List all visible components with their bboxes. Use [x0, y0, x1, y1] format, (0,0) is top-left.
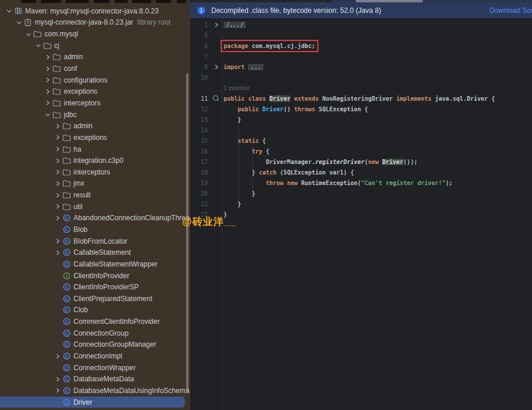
code-editor[interactable]: 1/.../56package com.mysql.cj.jdbc;78impo… — [190, 18, 532, 410]
tree-item-admin[interactable]: admin — [0, 52, 190, 63]
tree-item-label: ha — [74, 145, 81, 153]
tree-scrollbar[interactable] — [186, 73, 188, 391]
tree-item-clientpreparedstatement[interactable]: CClientPreparedStatement — [0, 293, 190, 305]
tree-item-com-mysql[interactable]: com.mysql — [0, 28, 190, 40]
tree-item-label: Clob — [74, 306, 88, 314]
chevron-down-icon[interactable] — [15, 18, 23, 27]
tree-item-callablestatementwrapper[interactable]: CCallableStatementWrapper — [0, 258, 190, 270]
tree-item-label: BlobFromLocator — [74, 237, 128, 245]
tree-item-driver[interactable]: CDriver — [0, 397, 185, 408]
line-number: 7 — [190, 53, 210, 60]
banner-text: Decompiled .class file, bytecode version… — [211, 6, 381, 15]
tree-item-jdbc[interactable]: jdbc — [0, 109, 190, 121]
tree-item-label: mysql-connector-java-8.0.23.jar — [35, 18, 133, 26]
chevron-right-icon[interactable] — [53, 214, 62, 223]
chevron-right-icon[interactable] — [53, 202, 62, 211]
chevron-right-icon[interactable] — [53, 156, 62, 165]
code-text[interactable]: } — [222, 190, 255, 197]
code-text[interactable]: import ... — [222, 64, 263, 70]
tree-item-admin[interactable]: admin — [0, 120, 190, 132]
chevron-right-icon[interactable] — [53, 191, 62, 200]
chevron-down-icon[interactable] — [5, 6, 13, 15]
tree-item-mysql-connector-java-8-0-23-jar[interactable]: mysql-connector-java-8.0.23.jarlibrary r… — [0, 17, 190, 29]
tree-item-ha[interactable]: ha — [0, 144, 190, 155]
code-text[interactable]: static { — [222, 138, 266, 144]
code-text[interactable]: try { — [222, 148, 269, 155]
download-sources-link[interactable]: Download Sources — [489, 6, 532, 15]
code-text[interactable]: public Driver() throws SQLException { — [222, 106, 368, 112]
code-text[interactable]: public class Driver extends NonRegisteri… — [222, 95, 495, 102]
chevron-right-icon[interactable] — [53, 179, 62, 188]
tree-item-result[interactable]: result — [0, 189, 190, 201]
code-text[interactable]: DriverManager.registerDriver(new Driver(… — [222, 159, 417, 165]
tree-item-databasemetadatausinginfoschema[interactable]: CDatabaseMetaDataUsingInfoSchema — [0, 385, 190, 397]
chevron-right-icon[interactable] — [53, 375, 62, 384]
chevron-right-icon[interactable] — [53, 133, 62, 142]
tree-item-label: ConnectionImpl — [74, 352, 122, 360]
tree-item-label: CallableStatementWrapper — [74, 260, 158, 268]
implemented-gutter-icon[interactable] — [210, 94, 222, 103]
chevron-right-icon[interactable] — [53, 248, 62, 257]
chevron-right-icon[interactable] — [53, 145, 62, 153]
chevron-spacer — [53, 306, 62, 315]
tree-item-blobfromlocator[interactable]: CBlobFromLocator — [0, 235, 190, 247]
chevron-down-icon[interactable] — [43, 110, 52, 119]
tree-item-conf[interactable]: conf — [0, 63, 190, 74]
tree-item-maven-mysql-mysql-connector-java-8-0-23[interactable]: Maven: mysql:mysql-connector-java:8.0.23 — [0, 5, 190, 17]
tree-item-integration-c3p0[interactable]: integration.c3p0 — [0, 155, 190, 166]
line-number: 8 — [190, 64, 210, 70]
code-text[interactable]: /.../ — [222, 22, 246, 28]
tree-item-label: ConnectionGroup — [74, 329, 129, 337]
code-text[interactable]: } catch (SQLException var1) { — [222, 169, 354, 176]
chevron-right-icon[interactable] — [43, 64, 52, 73]
svg-text:C: C — [65, 319, 68, 324]
tree-item-configurations[interactable]: configurations — [0, 74, 190, 86]
tree-item-label: DatabaseMetaDataUsingInfoSchema — [74, 387, 190, 395]
tree-item-blob[interactable]: CBlob — [0, 224, 190, 235]
tree-item-interceptors[interactable]: interceptors — [0, 166, 190, 178]
chevron-right-icon[interactable] — [43, 87, 52, 96]
tree-item-connectiongroupmanager[interactable]: CConnectionGroupManager — [0, 339, 190, 351]
chevron-right-icon[interactable] — [43, 53, 52, 62]
tree-item-jmx[interactable]: jmx — [0, 178, 190, 190]
svg-text:I: I — [66, 273, 67, 278]
tree-item-interceptors[interactable]: interceptors — [0, 97, 190, 109]
tree-item-callablestatement[interactable]: CCallableStatement — [0, 247, 190, 258]
svg-text:C: C — [65, 296, 68, 302]
chevron-right-icon[interactable] — [53, 168, 62, 176]
code-text[interactable]: } — [222, 117, 241, 123]
fold-marker-icon[interactable] — [210, 20, 222, 29]
tree-item-clob[interactable]: CClob — [0, 305, 190, 316]
tree-item-clientinfoprovider[interactable]: IClientInfoProvider — [0, 270, 190, 282]
tree-item-exceptions[interactable]: exceptions — [0, 132, 190, 144]
chevron-down-icon[interactable] — [24, 30, 33, 39]
gutter-spacer — [210, 73, 222, 82]
tree-item-label: ClientInfoProviderSP — [74, 283, 139, 291]
chevron-right-icon[interactable] — [53, 237, 62, 245]
tree-item-databasemetadata[interactable]: CDatabaseMetaData — [0, 374, 190, 385]
chevron-right-icon[interactable] — [53, 386, 62, 395]
chevron-right-icon[interactable] — [53, 352, 62, 361]
tree-item-connectionimpl[interactable]: CConnectionImpl — [0, 350, 190, 362]
code-text[interactable]: } — [222, 201, 241, 207]
tree-item-exceptions[interactable]: exceptions — [0, 86, 190, 97]
line-number: 15 — [190, 138, 210, 144]
tree-item-abandonedconnectioncleanupthread[interactable]: CAbandonedConnectionCleanupThread — [0, 213, 190, 224]
tree-item-util[interactable]: util — [0, 201, 190, 213]
folder-icon — [52, 87, 61, 96]
chevron-down-icon[interactable] — [34, 41, 43, 50]
editor-panel: Decompiled .class file, bytecode version… — [190, 0, 532, 410]
tree-item-clientinfoprovidersp[interactable]: CClientInfoProviderSP — [0, 281, 190, 293]
chevron-right-icon[interactable] — [53, 122, 62, 131]
chevron-right-icon[interactable] — [43, 98, 52, 107]
folder-icon — [62, 190, 71, 200]
chevron-right-icon[interactable] — [43, 76, 52, 84]
fold-marker-icon[interactable] — [210, 62, 222, 71]
tree-item-connectiongroup[interactable]: CConnectionGroup — [0, 327, 190, 339]
code-text[interactable]: throw new RuntimeException("Can't regist… — [222, 180, 452, 186]
tree-item-connectionwrapper[interactable]: CConnectionWrapper — [0, 362, 190, 374]
code-text[interactable]: package com.mysql.cj.jdbc; — [222, 43, 315, 49]
tree-item-commentclientinfoprovider[interactable]: CCommentClientInfoProvider — [0, 316, 190, 327]
class-icon: C — [62, 329, 71, 338]
tree-item-cj[interactable]: cj — [0, 40, 190, 52]
